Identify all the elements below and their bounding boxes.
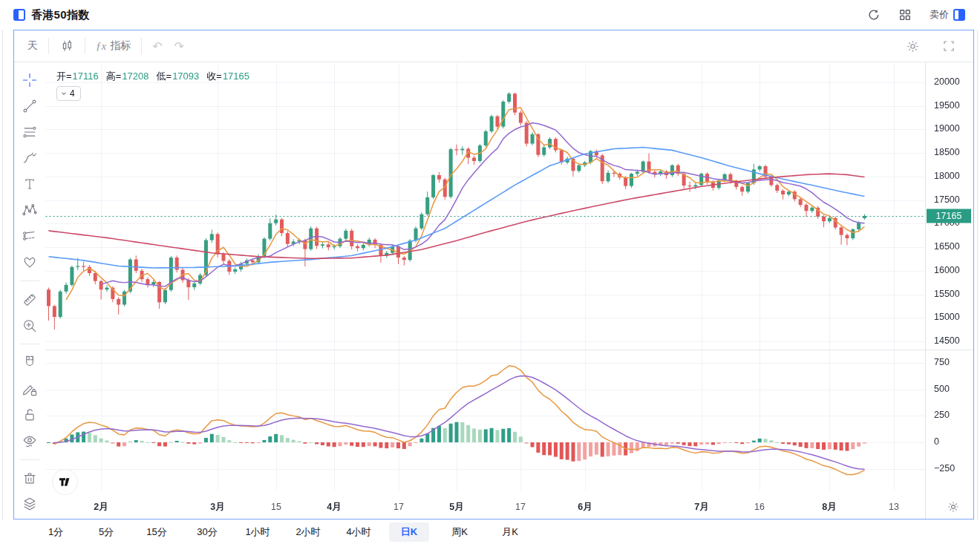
fib-retracement-icon xyxy=(21,123,39,141)
magnet-icon xyxy=(21,354,39,372)
interval-label: 天 xyxy=(27,39,38,53)
ohlc-label: 低= xyxy=(157,71,172,82)
timeframe-30分[interactable]: 30分 xyxy=(187,522,227,542)
toolbar-divider xyxy=(85,38,85,54)
lock-all-icon xyxy=(21,406,39,424)
window-edge-left xyxy=(2,0,3,544)
tool-drawing-lock[interactable] xyxy=(18,377,42,400)
fx-icon: ƒx xyxy=(96,40,106,53)
text-icon xyxy=(21,175,39,193)
undo-icon: ↶ xyxy=(152,39,162,53)
interval-button[interactable]: 天 xyxy=(22,36,44,56)
toolbar-divider xyxy=(141,38,142,54)
timeframe-月K[interactable]: 月K xyxy=(490,522,530,542)
tool-favorites-heart[interactable] xyxy=(18,251,42,274)
undo-button[interactable]: ↶ xyxy=(146,36,168,56)
symbol-logo-icon xyxy=(13,9,25,21)
sidebar-divider xyxy=(20,459,39,460)
ohlc-legend-pair: 收=17165 xyxy=(206,70,249,83)
drawing-lock-icon xyxy=(21,380,39,398)
indicators-button[interactable]: ƒx 指标 xyxy=(90,36,137,56)
price-chart-canvas[interactable] xyxy=(45,62,973,519)
tool-object-tree[interactable] xyxy=(18,493,42,516)
ohlc-legend-pair: 低=17093 xyxy=(157,70,200,83)
crosshair-icon xyxy=(21,71,39,89)
projection-icon xyxy=(21,227,39,245)
chart-style-button[interactable] xyxy=(53,36,80,56)
tool-brush[interactable] xyxy=(18,146,42,169)
tradingview-logo-icon xyxy=(59,478,71,486)
tool-text[interactable] xyxy=(18,173,42,196)
redo-button[interactable]: ↷ xyxy=(169,36,190,56)
layout-grid-icon xyxy=(898,8,912,22)
timeframe-15分[interactable]: 15分 xyxy=(137,522,177,542)
ohlc-legend-pair: 高=17208 xyxy=(106,70,149,83)
title-bar-actions: 卖价 xyxy=(866,0,967,30)
fullscreen-button[interactable] xyxy=(936,36,961,56)
trend-line-icon xyxy=(21,97,39,115)
tool-magnet[interactable] xyxy=(18,351,42,374)
gear-icon xyxy=(906,39,920,53)
tool-projection[interactable] xyxy=(18,225,42,248)
hide-drawings-icon xyxy=(21,432,39,450)
timeframe-周K[interactable]: 周K xyxy=(440,522,480,542)
xabcd-pattern-icon xyxy=(21,201,39,219)
chevron-down-icon xyxy=(61,91,67,96)
toolbar-divider xyxy=(48,38,49,54)
tool-remove-drawings[interactable] xyxy=(18,467,42,490)
remove-drawings-icon xyxy=(21,469,39,487)
favorites-heart-icon xyxy=(21,253,39,271)
price-panel-toggle-icon xyxy=(953,9,965,21)
fullscreen-icon xyxy=(942,39,956,53)
tool-crosshair[interactable] xyxy=(18,68,42,91)
brush-icon xyxy=(21,149,39,167)
sell-price-toggle[interactable]: 卖价 xyxy=(928,7,967,23)
refresh-icon xyxy=(867,8,881,22)
ohlc-legend: 开=17116高=17208低=17093收=17165 xyxy=(56,70,249,83)
tradingview-logo[interactable] xyxy=(53,470,77,494)
chart-widget: 天 ƒx 指标 ↶ ↷ xyxy=(13,30,974,520)
tool-zoom-in[interactable] xyxy=(18,314,42,337)
object-tree-icon xyxy=(21,495,39,513)
toolbar-right xyxy=(900,36,966,56)
tool-xabcd-pattern[interactable] xyxy=(18,199,42,222)
redo-icon: ↷ xyxy=(174,39,184,53)
timeframe-2小时[interactable]: 2小时 xyxy=(288,522,328,542)
tool-ruler[interactable] xyxy=(18,288,42,311)
timeframe-1分[interactable]: 1分 xyxy=(36,522,76,542)
chart-settings-button[interactable] xyxy=(900,36,926,56)
title-bar: 香港50指数 卖价 xyxy=(0,0,980,30)
ma-group-value: 4 xyxy=(70,88,75,99)
axis-settings-button[interactable] xyxy=(945,499,961,516)
refresh-button[interactable] xyxy=(866,7,882,23)
ma-group-selector[interactable]: 4 xyxy=(56,86,81,101)
ohlc-value: 17116 xyxy=(73,71,99,82)
ohlc-label: 开= xyxy=(56,71,72,82)
ohlc-label: 收= xyxy=(206,71,222,82)
symbol-title: 香港50指数 xyxy=(31,8,90,22)
tool-trend-line[interactable] xyxy=(18,94,42,117)
timeframe-4小时[interactable]: 4小时 xyxy=(339,522,379,542)
tool-lock-all[interactable] xyxy=(18,403,42,426)
timeframe-5分[interactable]: 5分 xyxy=(86,522,126,542)
window-edge-right xyxy=(977,0,978,544)
candlestick-style-icon xyxy=(59,39,74,53)
indicators-label: 指标 xyxy=(110,39,131,53)
ohlc-legend-pair: 开=17116 xyxy=(56,70,99,83)
ohlc-label: 高= xyxy=(106,71,122,82)
chart-toolbar: 天 ƒx 指标 ↶ ↷ xyxy=(14,30,973,62)
timeframe-1小时[interactable]: 1小时 xyxy=(238,522,278,542)
sidebar-divider xyxy=(20,281,39,281)
timeframe-日K[interactable]: 日K xyxy=(389,522,429,542)
axis-gear-icon xyxy=(947,500,960,514)
sell-price-label: 卖价 xyxy=(930,8,949,22)
layout-grid-button[interactable] xyxy=(897,7,913,23)
ohlc-value: 17093 xyxy=(172,71,199,82)
drawing-tools-sidebar xyxy=(14,62,45,519)
tool-fib-retracement[interactable] xyxy=(18,120,42,143)
zoom-in-icon xyxy=(21,317,39,335)
ruler-icon xyxy=(21,291,39,309)
ohlc-value: 17165 xyxy=(223,71,249,82)
tool-hide-drawings[interactable] xyxy=(18,430,42,453)
sidebar-divider xyxy=(20,344,39,344)
